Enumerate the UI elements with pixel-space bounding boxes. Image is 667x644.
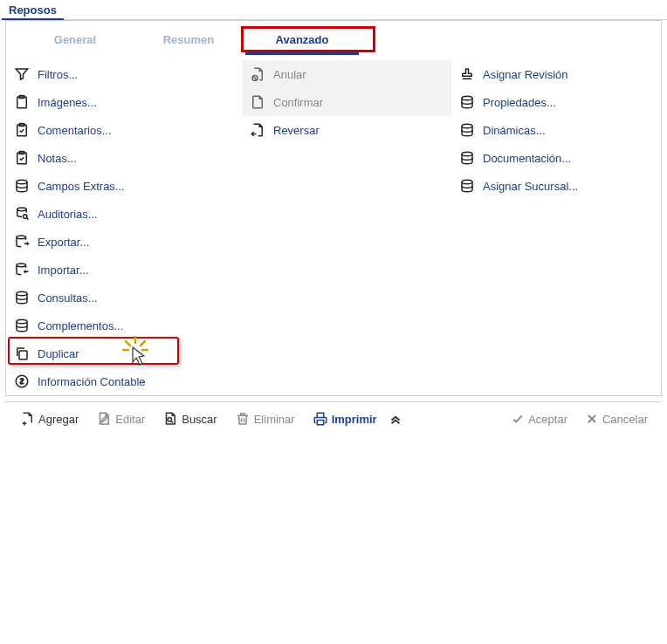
tabs: General Resumen Avanzado (18, 28, 661, 55)
menu-label: Dinámicas... (483, 124, 546, 137)
highlight-box (8, 337, 179, 365)
menu-label: Imágenes... (38, 96, 97, 109)
buscar-button[interactable]: Buscar (155, 408, 223, 430)
menu-label: Documentación... (483, 152, 571, 165)
svg-point-9 (17, 236, 26, 239)
dollar-icon (13, 373, 31, 390)
menu-label: Duplicar (38, 347, 79, 360)
cursor-click-icon (118, 334, 153, 369)
svg-point-24 (462, 180, 472, 184)
menu-asignar-revision[interactable]: Asignar Revisión (451, 60, 661, 88)
svg-point-10 (17, 264, 26, 267)
menu-filtros[interactable]: Filtros... (6, 60, 242, 88)
svg-point-23 (462, 152, 472, 156)
edit-page-icon (96, 411, 112, 427)
database-import-icon (13, 261, 31, 278)
close-icon (585, 412, 599, 426)
database-icon (13, 289, 31, 306)
database-export-icon (13, 233, 31, 250)
page-cancel-icon (249, 65, 266, 83)
aceptar-button[interactable]: Aceptar (504, 408, 574, 429)
printer-icon (313, 411, 328, 427)
tab-avanzado[interactable]: Avanzado (245, 28, 359, 55)
menu-label: Filtros... (38, 68, 78, 81)
svg-point-11 (17, 291, 27, 296)
menu-exportar[interactable]: Exportar... (6, 228, 242, 256)
eliminar-button[interactable]: Eliminar (228, 408, 302, 430)
tab-resumen[interactable]: Resumen (132, 28, 245, 55)
menu-documentacion[interactable]: Documentación... (451, 144, 661, 172)
menu-label: Asignar Sucursal... (483, 180, 578, 193)
svg-line-17 (126, 341, 130, 346)
svg-point-12 (17, 319, 27, 324)
button-label: Agregar (38, 413, 79, 426)
button-label: Imprimir (332, 413, 377, 426)
menu-propiedades[interactable]: Propiedades... (451, 88, 661, 116)
imprimir-button[interactable]: Imprimir (306, 408, 384, 430)
svg-point-22 (462, 124, 472, 128)
menu-campos-extras[interactable]: Campos Extras... (6, 172, 242, 200)
chevron-up-icon[interactable] (388, 411, 403, 427)
filter-icon (13, 65, 31, 83)
page-back-icon (249, 121, 266, 139)
check-icon (511, 412, 525, 426)
button-label: Cancelar (602, 413, 648, 426)
svg-point-7 (17, 208, 27, 211)
menu-label: Reversar (273, 124, 320, 137)
search-page-icon (162, 411, 178, 427)
svg-rect-13 (19, 351, 27, 360)
cancelar-button[interactable]: Cancelar (578, 408, 655, 429)
button-label: Buscar (182, 413, 217, 426)
menu-label: Anular (273, 68, 306, 81)
agregar-button[interactable]: Agregar (12, 408, 86, 430)
menu-confirmar: Confirmar (242, 88, 451, 116)
menu-dinamicas[interactable]: Dinámicas... (451, 116, 661, 144)
trash-icon (235, 411, 251, 427)
toolbar: Agregar Editar Buscar Eliminar Imprimir … (5, 401, 662, 435)
menu-notas[interactable]: Notas... (6, 144, 242, 172)
menu-imagenes[interactable]: Imágenes... (6, 88, 242, 116)
menu-label: Asignar Revisión (483, 68, 568, 81)
menu-label: Complementos... (38, 319, 123, 332)
main-content: Filtros... Imágenes... Comentarios... (6, 55, 661, 395)
menu-complementos[interactable]: Complementos... (6, 312, 242, 339)
database-icon (458, 93, 476, 111)
button-label: Aceptar (528, 413, 567, 426)
menu-reversar[interactable]: Reversar (242, 116, 451, 144)
button-label: Eliminar (254, 413, 295, 426)
database-icon (458, 177, 476, 195)
menu-label: Propiedades... (483, 96, 556, 109)
editar-button[interactable]: Editar (89, 408, 152, 430)
menu-importar[interactable]: Importar... (6, 256, 242, 284)
add-page-icon (19, 411, 35, 427)
menu-label: Exportar... (38, 236, 89, 249)
clipboard-check-icon (13, 149, 31, 167)
menu-label: Auditorias... (38, 208, 98, 221)
svg-point-8 (24, 215, 28, 219)
menu-label: Importar... (38, 264, 89, 277)
database-icon (458, 121, 476, 139)
svg-point-21 (462, 96, 472, 100)
menu-asignar-sucursal[interactable]: Asignar Sucursal... (451, 172, 661, 200)
menu-label: Notas... (38, 152, 77, 165)
svg-point-25 (168, 418, 172, 422)
button-label: Editar (115, 413, 145, 426)
menu-label: Información Contable (38, 375, 146, 388)
database-search-icon (13, 205, 31, 223)
page-icon (249, 93, 266, 111)
menu-duplicar[interactable]: Duplicar (6, 339, 242, 367)
database-icon (458, 149, 476, 167)
menu-comentarios[interactable]: Comentarios... (6, 116, 242, 144)
menu-consultas[interactable]: Consultas... (6, 284, 242, 312)
menu-auditorias[interactable]: Auditorias... (6, 200, 242, 228)
menu-label: Comentarios... (38, 124, 112, 137)
svg-point-6 (17, 180, 27, 184)
database-icon (13, 317, 31, 334)
stamp-icon (458, 65, 476, 83)
svg-line-18 (141, 341, 145, 346)
clipboard-icon (13, 93, 31, 111)
tab-general[interactable]: General (18, 28, 132, 55)
menu-informacion-contable[interactable]: Información Contable (6, 367, 242, 395)
menu-label: Confirmar (273, 96, 323, 109)
copy-icon (13, 345, 31, 362)
